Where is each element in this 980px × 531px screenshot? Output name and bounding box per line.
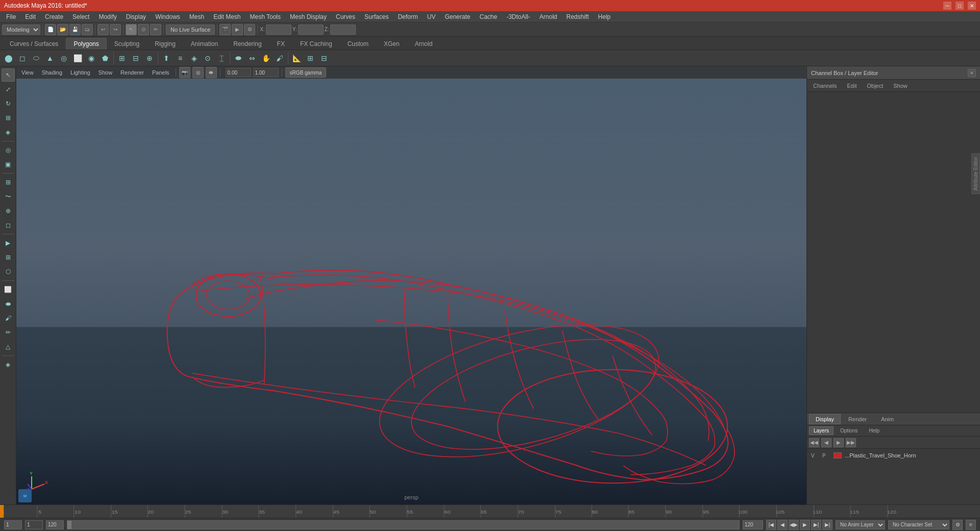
prism-icon-btn[interactable]: ⬟ (99, 52, 112, 65)
layer-prev-btn[interactable]: ◀ (821, 438, 831, 447)
menu-windows[interactable]: Windows (151, 12, 184, 21)
play-fwd-btn[interactable]: ▶ (800, 520, 810, 530)
universal-manip-btn[interactable]: ◈ (2, 126, 15, 139)
mode-dropdown[interactable]: Modeling (2, 25, 40, 35)
menu-curves[interactable]: Curves (332, 12, 359, 21)
disk-icon-btn[interactable]: ◉ (85, 52, 98, 65)
frame-end-range-input[interactable] (743, 520, 763, 529)
boolean-icon-btn[interactable]: ⊕ (143, 52, 156, 65)
vp-smooth-btn[interactable]: ⬬ (206, 67, 217, 78)
step-fwd-btn[interactable]: ▶| (811, 520, 821, 530)
anim-settings-btn[interactable]: ⚙ (952, 520, 963, 530)
sphere-icon-btn[interactable]: ⬤ (2, 52, 15, 65)
render-region-btn[interactable]: ▶ (2, 236, 15, 250)
tab-animation[interactable]: Animation (183, 38, 226, 50)
show-manip-btn[interactable]: ▣ (2, 158, 15, 171)
snap-curve-btn[interactable]: 〜 (2, 190, 15, 203)
menu-mesh-tools[interactable]: Mesh Tools (246, 12, 285, 21)
go-start-btn[interactable]: |◀ (766, 520, 776, 530)
display-layer-tab[interactable]: Display (809, 414, 841, 424)
menu-surfaces[interactable]: Surfaces (360, 12, 393, 21)
menu-3dto-all[interactable]: -3DtoAll- (502, 12, 534, 21)
layer-visibility[interactable]: V (811, 453, 819, 458)
loop-icon-btn[interactable]: ⊙ (201, 52, 214, 65)
cylinder-icon-btn[interactable]: ⬭ (30, 52, 43, 65)
create-poly-btn[interactable]: △ (2, 340, 15, 353)
menu-help[interactable]: Help (594, 12, 615, 21)
snap-grid-btn[interactable]: ⊞ (2, 176, 15, 189)
menu-edit[interactable]: Edit (21, 12, 40, 21)
x-coord-input[interactable] (266, 25, 291, 35)
anim-layer-dropdown[interactable]: No Anim Layer (836, 520, 885, 529)
menu-edit-mesh[interactable]: Edit Mesh (209, 12, 244, 21)
close-button[interactable]: ✕ (968, 2, 976, 10)
quad-draw-btn[interactable]: ⬜ (2, 283, 15, 296)
tab-polygons[interactable]: Polygons (66, 38, 106, 50)
object-tab[interactable]: Object (863, 82, 887, 90)
tab-curves-surfaces[interactable]: Curves / Surfaces (2, 38, 66, 50)
vp-show-btn[interactable]: Show (95, 69, 116, 76)
tab-rigging[interactable]: Rigging (147, 38, 183, 50)
layers-subtab[interactable]: Layers (809, 426, 834, 435)
tab-sculpting[interactable]: Sculpting (107, 38, 147, 50)
mirror-icon-btn[interactable]: ⇔ (246, 52, 259, 65)
open-scene-btn[interactable]: 📂 (57, 24, 68, 35)
layer-fwd-btn[interactable]: ▶▶ (846, 438, 856, 447)
help-subtab[interactable]: Help (864, 426, 884, 435)
menu-mesh[interactable]: Mesh (185, 12, 208, 21)
maximize-button[interactable]: □ (955, 2, 964, 10)
viewport[interactable]: View Shading Lighting Show Renderer Pane… (16, 66, 806, 504)
channels-tab[interactable]: Channels (809, 82, 841, 90)
current-frame-input[interactable] (25, 520, 43, 529)
select-mode-btn[interactable]: ↖ (2, 68, 15, 82)
ipr-btn[interactable]: ▶ (232, 24, 243, 35)
new-scene-btn[interactable]: 📄 (45, 24, 56, 35)
cone-icon-btn[interactable]: ▲ (43, 52, 57, 65)
frame-start-input[interactable] (4, 520, 22, 529)
menu-deform[interactable]: Deform (394, 12, 422, 21)
render-layer-tab[interactable]: Render (842, 414, 873, 424)
bevel-icon-btn[interactable]: ◈ (187, 52, 201, 65)
separate-icon-btn[interactable]: ⊟ (129, 52, 142, 65)
layer-back-btn[interactable]: ◀◀ (809, 438, 819, 447)
vp-wireframe-btn[interactable]: ⊞ (192, 67, 204, 78)
tab-rendering[interactable]: Rendering (226, 38, 269, 50)
menu-arnold[interactable]: Arnold (535, 12, 561, 21)
sculpt-icon-btn[interactable]: ✋ (259, 52, 273, 65)
char-set-dropdown[interactable]: No Character Set (888, 520, 949, 529)
layer-next-btn[interactable]: ▶ (834, 438, 844, 447)
component-select-btn[interactable]: ⬡ (2, 265, 15, 278)
vp-cam-btn[interactable]: 📷 (179, 67, 190, 78)
menu-mesh-display[interactable]: Mesh Display (286, 12, 331, 21)
frame-end-input[interactable] (46, 520, 64, 529)
attribute-editor-tab[interactable]: Attribute Editor (971, 153, 980, 194)
menu-generate[interactable]: Generate (440, 12, 474, 21)
render-btn[interactable]: 🎬 (219, 24, 231, 35)
scale-btn[interactable]: ⊞ (2, 111, 15, 125)
plane-icon-btn[interactable]: ⬜ (71, 52, 84, 65)
tab-fx-caching[interactable]: FX Caching (292, 38, 340, 50)
select-tool-btn[interactable]: ↖ (126, 24, 137, 35)
menu-create[interactable]: Create (41, 12, 67, 21)
playback-range-slider[interactable] (67, 520, 740, 529)
display-layer-btn[interactable]: ◈ (2, 358, 15, 371)
snap-surface-btn[interactable]: ◻ (2, 219, 15, 232)
snap-point-btn[interactable]: ⊕ (2, 204, 15, 218)
vp-shading-btn[interactable]: Shading (39, 69, 65, 76)
smooth-icon-btn[interactable]: ⬬ (232, 52, 245, 65)
vp-renderer-btn[interactable]: Renderer (117, 69, 147, 76)
timeline-ruler[interactable]: 1 5 10 15 20 25 30 35 40 45 (0, 505, 980, 518)
menu-select[interactable]: Select (68, 12, 93, 21)
tab-fx[interactable]: FX (270, 38, 292, 50)
layout-icon-btn[interactable]: ⊟ (317, 52, 331, 65)
render-settings-btn[interactable]: ⚙ (244, 24, 255, 35)
vp-scale-input[interactable] (253, 68, 279, 77)
bridge-icon-btn[interactable]: ≡ (174, 52, 187, 65)
vp-coord-x-input[interactable] (226, 68, 251, 77)
torus-icon-btn[interactable]: ◎ (57, 52, 70, 65)
cube-icon-btn[interactable]: ◻ (16, 52, 29, 65)
unfold-icon-btn[interactable]: ⊞ (304, 52, 317, 65)
tab-arnold[interactable]: Arnold (407, 38, 440, 50)
layer-playback[interactable]: P (822, 453, 830, 458)
vp-panels-btn[interactable]: Panels (149, 69, 173, 76)
